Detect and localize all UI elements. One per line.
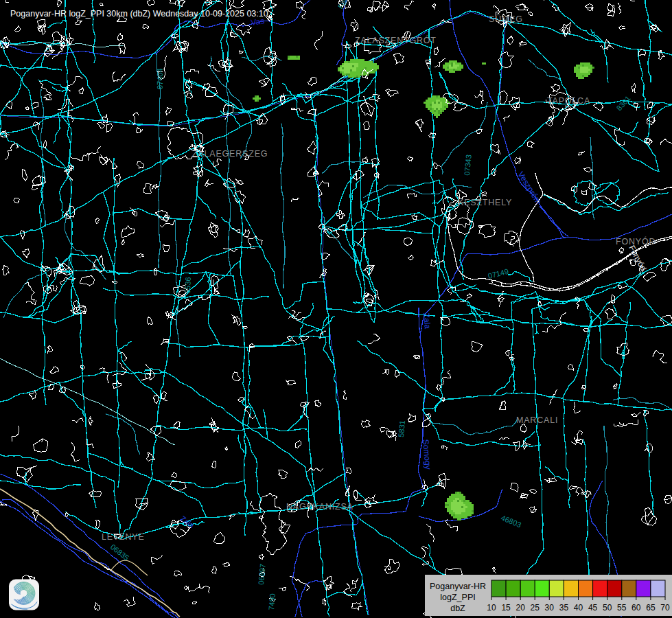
svg-text:Zala: Zala	[421, 312, 432, 330]
svg-text:5831: 5831	[397, 420, 406, 437]
svg-text:25: 25	[531, 603, 540, 613]
svg-text:NAGYKANIZSA: NAGYKANIZSA	[286, 502, 354, 512]
svg-text:35: 35	[559, 603, 569, 613]
svg-text:TAPOLCA: TAPOLCA	[547, 96, 590, 106]
svg-text:30: 30	[545, 603, 555, 613]
svg-text:60: 60	[632, 603, 641, 613]
svg-text:LETENYE: LETENYE	[102, 532, 145, 542]
svg-text:Poganyvar-HR logZ_PPI 30km (db: Poganyvar-HR logZ_PPI 30km (dbZ) Wednesd…	[10, 9, 268, 19]
svg-text:70: 70	[660, 603, 670, 613]
svg-text:logZ_PPI: logZ_PPI	[440, 593, 475, 602]
svg-text:Poganyvar-HR: Poganyvar-HR	[430, 582, 486, 591]
svg-text:15: 15	[501, 603, 511, 613]
svg-text:SÜMEG: SÜMEG	[489, 14, 523, 24]
svg-text:7490: 7490	[267, 593, 277, 610]
svg-text:40: 40	[574, 603, 583, 613]
svg-text:50: 50	[603, 603, 612, 613]
svg-text:65: 65	[646, 603, 656, 613]
svg-text:ZALAEGERSZEG: ZALAEGERSZEG	[192, 149, 268, 159]
svg-text:MARCALI: MARCALI	[516, 415, 558, 425]
svg-text:6536: 6536	[183, 277, 192, 294]
svg-text:55: 55	[617, 603, 627, 613]
svg-text:KESZTHELY: KESZTHELY	[458, 198, 512, 207]
svg-text:10: 10	[487, 603, 496, 613]
svg-text:45: 45	[588, 603, 598, 613]
svg-text:07404: 07404	[156, 68, 164, 89]
svg-text:ZALASZENTGRÓT: ZALASZENTGRÓT	[355, 35, 437, 45]
svg-text:dbZ: dbZ	[450, 604, 465, 613]
svg-text:20: 20	[516, 603, 526, 613]
